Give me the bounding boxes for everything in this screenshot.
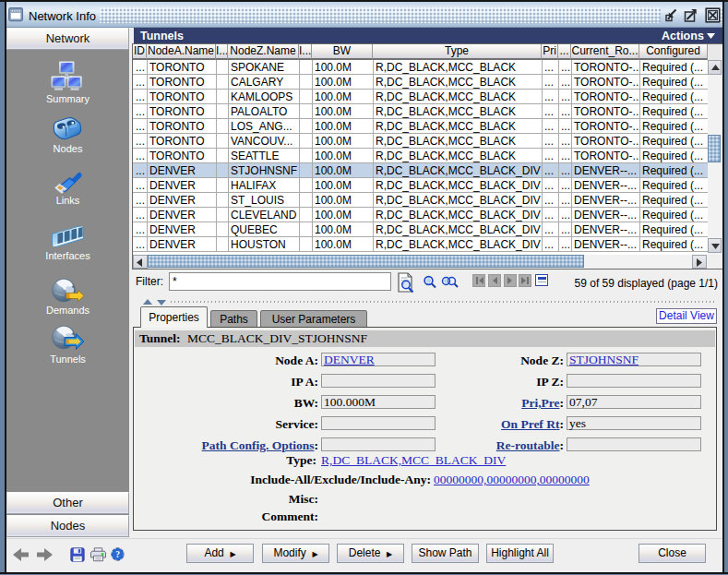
- svg-text:?: ?: [115, 550, 120, 559]
